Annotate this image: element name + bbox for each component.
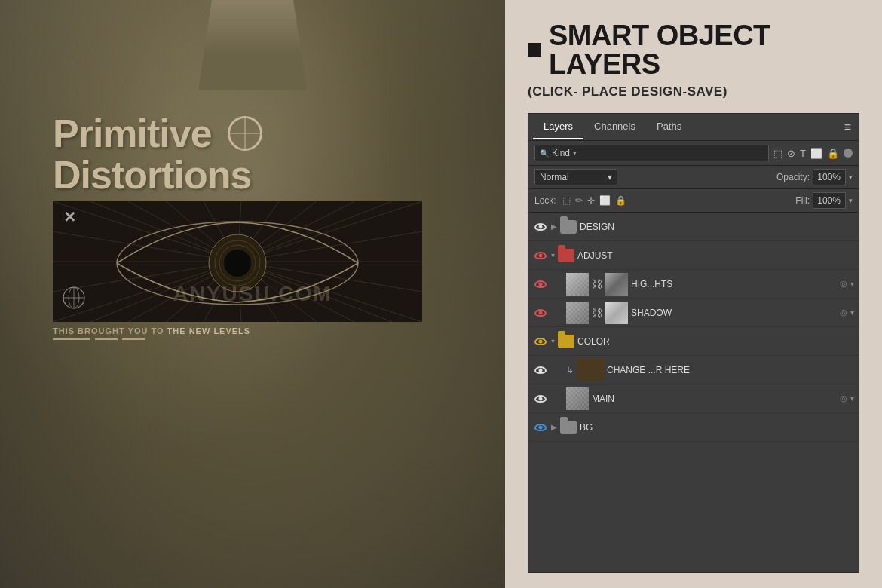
layer-shadow-eye[interactable] — [533, 305, 548, 320]
blend-mode-arrow: ▾ — [608, 172, 612, 182]
layer-highlights-vis: ◎ — [840, 279, 847, 289]
layer-design-folder-icon — [560, 220, 577, 234]
layer-change-color-eye[interactable] — [533, 363, 548, 378]
layer-main-chevron[interactable]: ▾ — [850, 394, 854, 403]
layer-shadow-thumb — [566, 302, 589, 324]
lock-icons: ⬚ ✏ ✛ ⬜ 🔒 — [562, 195, 626, 206]
opacity-arrow: ▾ — [849, 173, 853, 181]
title-square-icon — [528, 43, 541, 57]
filter-circle-icon — [844, 149, 853, 158]
layer-color-name: COLOR — [577, 336, 854, 347]
lock-move-icon[interactable]: ✛ — [587, 195, 595, 206]
layer-shadow-chevron[interactable]: ▾ — [850, 308, 854, 317]
filter-shape-icon[interactable]: ⬜ — [810, 148, 822, 159]
layer-color[interactable]: ▾ COLOR — [528, 327, 859, 356]
main-title-line1: SMART OBJECT — [549, 21, 770, 50]
opacity-input[interactable]: 100% — [813, 169, 846, 185]
layer-highlights-thumb — [566, 273, 589, 296]
main-title-line2: LAYERS — [549, 50, 770, 78]
eye-artwork: ✕ — [53, 201, 422, 322]
layer-adjust-arrow: ▾ — [551, 251, 555, 259]
filter-adjust-icon[interactable]: ⊘ — [787, 148, 795, 159]
patch-subtitle: THIS BROUGHT YOU TO THE NEW LEVELS — [53, 326, 407, 335]
title-area: SMART OBJECT LAYERS (CLICK- PLACE DESIGN… — [528, 21, 859, 100]
fill-input[interactable]: 100% — [813, 192, 846, 209]
lock-brush-icon[interactable]: ✏ — [575, 195, 583, 206]
layer-change-color[interactable]: ↳ CHANGE ...R HERE — [528, 356, 859, 384]
search-icon: 🔍 — [540, 149, 549, 158]
ps-panel: Layers Channels Paths ≡ 🔍 Kind ▾ ⬚ ⊘ T ⬜ — [528, 113, 859, 573]
layer-main-name: MAIN — [592, 394, 837, 404]
layer-main-thumb — [566, 387, 589, 410]
lock-checkerboard-icon[interactable]: ⬚ — [562, 195, 571, 206]
layer-design[interactable]: ▶ DESIGN — [528, 213, 859, 241]
tab-channels[interactable]: Channels — [583, 115, 646, 139]
layer-shadow[interactable]: ⛓ SHADOW ◎ ▾ — [528, 299, 859, 327]
lock-artboard-icon[interactable]: ⬜ — [599, 195, 611, 206]
lock-label: Lock: — [534, 195, 556, 206]
layer-main[interactable]: MAIN ◎ ▾ — [528, 384, 859, 413]
layer-adjust-eye[interactable] — [533, 248, 548, 263]
layer-color-arrow: ▾ — [551, 337, 555, 345]
panel-menu-icon[interactable]: ≡ — [841, 118, 854, 137]
layer-highlights[interactable]: ⛓ HIG...HTS ◎ ▾ — [528, 270, 859, 299]
layer-bg[interactable]: ▶ BG — [528, 413, 859, 442]
opacity-label: Opacity: — [776, 172, 810, 182]
fill-arrow: ▾ — [849, 197, 853, 204]
layer-highlights-chain: ⛓ — [592, 278, 602, 290]
layer-highlights-name: HIG...HTS — [631, 279, 837, 289]
layer-adjust-name: ADJUST — [577, 250, 854, 261]
layer-shadow-vis: ◎ — [840, 308, 847, 317]
filter-smart-icon[interactable]: 🔒 — [827, 148, 839, 159]
layer-design-arrow: ▶ — [551, 222, 557, 231]
design-patch: Primitive Distortions — [45, 106, 415, 348]
kind-dropdown-arrow: ▾ — [573, 149, 577, 157]
jacket-image-area: Primitive Distortions — [0, 0, 505, 588]
layer-color-eye[interactable] — [533, 334, 548, 349]
filter-pixel-icon[interactable]: ⬚ — [773, 148, 782, 159]
tab-paths[interactable]: Paths — [646, 115, 692, 139]
svg-point-31 — [224, 250, 251, 277]
filter-icons: ⬚ ⊘ T ⬜ 🔒 — [773, 148, 853, 159]
layer-change-color-thumb — [577, 359, 604, 381]
opacity-group: Opacity: 100% ▾ — [776, 169, 853, 185]
layer-shadow-name: SHADOW — [631, 308, 837, 318]
tab-layers[interactable]: Layers — [533, 115, 583, 139]
fill-group: Fill: 100% ▾ — [795, 192, 853, 209]
layer-main-eye[interactable] — [533, 391, 548, 406]
layer-adjust[interactable]: ▾ ADJUST — [528, 241, 859, 270]
lock-padlock-icon[interactable]: 🔒 — [615, 195, 626, 206]
lock-row: Lock: ⬚ ✏ ✛ ⬜ 🔒 Fill: 100% ▾ — [528, 189, 859, 213]
subtitle: (CLICK- PLACE DESIGN-SAVE) — [528, 84, 859, 100]
layer-bg-eye[interactable] — [533, 420, 548, 435]
layer-highlights-chevron[interactable]: ▾ — [850, 280, 854, 288]
layer-highlights-thumb2 — [605, 273, 628, 296]
layer-main-vis: ◎ — [840, 394, 847, 403]
patch-title-2: Distortions — [53, 155, 407, 196]
blend-mode-select[interactable]: Normal ▾ — [534, 169, 617, 185]
layer-change-color-arrow-small: ↳ — [566, 365, 574, 375]
ps-tabs-bar: Layers Channels Paths ≡ — [528, 114, 859, 141]
patch-lines — [53, 338, 407, 340]
layer-shadow-thumb2 — [605, 302, 628, 324]
layer-design-eye[interactable] — [533, 219, 548, 234]
blend-row: Normal ▾ Opacity: 100% ▾ — [528, 166, 859, 189]
layer-color-folder-icon — [558, 335, 574, 348]
layer-bg-arrow: ▶ — [551, 423, 557, 431]
layer-design-name: DESIGN — [580, 222, 854, 232]
layer-bg-name: BG — [580, 422, 854, 433]
fill-label: Fill: — [795, 195, 810, 206]
svg-text:✕: ✕ — [63, 209, 76, 225]
layers-list: ▶ DESIGN ▾ ADJUST — [528, 213, 859, 572]
right-panel: SMART OBJECT LAYERS (CLICK- PLACE DESIGN… — [505, 0, 882, 588]
kind-select[interactable]: Kind — [552, 148, 570, 158]
filter-text-icon[interactable]: T — [800, 148, 806, 159]
kind-search-box[interactable]: 🔍 Kind ▾ — [534, 145, 769, 161]
layer-bg-folder-icon — [560, 421, 577, 434]
filter-bar: 🔍 Kind ▾ ⬚ ⊘ T ⬜ 🔒 — [528, 141, 859, 166]
patch-title: Primitive — [53, 113, 407, 155]
layer-adjust-folder-icon — [558, 249, 574, 262]
blend-mode-value: Normal — [540, 172, 569, 182]
layer-highlights-eye[interactable] — [533, 277, 548, 292]
layer-shadow-chain: ⛓ — [592, 307, 602, 319]
